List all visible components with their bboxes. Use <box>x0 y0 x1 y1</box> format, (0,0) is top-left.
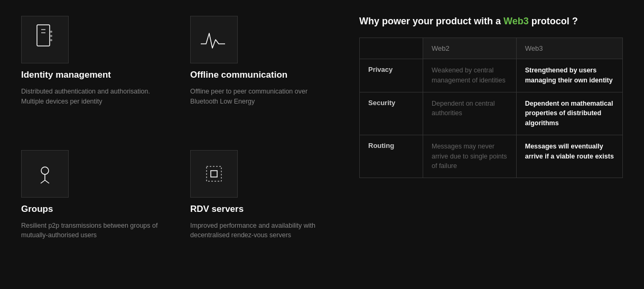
routing-web3: Messages will eventually arrive if a via… <box>516 135 622 178</box>
offline-communication-icon-box <box>190 16 238 63</box>
title-prefix: Why power your product with a <box>359 16 503 26</box>
groups-title: Groups <box>21 204 158 215</box>
svg-rect-0 <box>37 25 50 46</box>
comparison-table: Web2 Web3 Privacy Weakened by central ma… <box>359 38 623 178</box>
right-panel: Why power your product with a Web3 proto… <box>359 16 623 273</box>
rdv-servers-desc: Improved performance and availability wi… <box>190 221 328 241</box>
feature-groups: Groups Resilient p2p transmissions betwe… <box>21 150 158 274</box>
section-title: Why power your product with a Web3 proto… <box>359 16 623 27</box>
svg-point-4 <box>50 35 52 37</box>
feature-identity-management: Identity management Distributed authenti… <box>21 16 158 139</box>
left-panel: Identity management Distributed authenti… <box>21 16 328 273</box>
title-suffix: protocol ? <box>529 16 578 26</box>
svg-point-5 <box>50 39 52 41</box>
col-header-web3: Web3 <box>516 38 622 59</box>
offline-communication-title: Offline communication <box>190 70 328 80</box>
col-header-feature <box>360 38 423 59</box>
groups-desc: Resilient p2p transmissions between grou… <box>21 221 158 241</box>
row-label-privacy: Privacy <box>360 59 423 92</box>
svg-point-6 <box>41 167 49 174</box>
svg-line-9 <box>45 180 49 183</box>
row-label-security: Security <box>360 92 423 135</box>
security-web2: Dependent on central authorities <box>423 92 517 135</box>
svg-line-8 <box>41 180 45 183</box>
row-label-routing: Routing <box>360 135 423 178</box>
privacy-web3: Strengthened by users managing their own… <box>516 59 622 92</box>
feature-rdv-servers: RDV servers Improved performance and ava… <box>190 150 328 274</box>
security-web3: Dependent on mathematical properties of … <box>516 92 622 135</box>
table-header-row: Web2 Web3 <box>360 38 623 59</box>
page-wrapper: Identity management Distributed authenti… <box>0 0 644 289</box>
identity-management-title: Identity management <box>21 70 158 80</box>
rdv-servers-title: RDV servers <box>190 204 328 215</box>
svg-rect-10 <box>207 166 221 181</box>
offline-communication-desc: Offline peer to peer communication over … <box>190 87 328 107</box>
table-row-security: Security Dependent on central authoritie… <box>360 92 623 135</box>
title-highlight: Web3 <box>503 16 529 26</box>
col-header-web2: Web2 <box>423 38 517 59</box>
groups-icon-box <box>21 150 69 198</box>
privacy-web2: Weakened by central management of identi… <box>423 59 517 92</box>
table-row-routing: Routing Messages may never arrive due to… <box>360 135 623 178</box>
identity-management-desc: Distributed authentication and authorisa… <box>21 87 158 107</box>
svg-point-3 <box>50 31 52 33</box>
feature-offline-communication: Offline communication Offline peer to pe… <box>190 16 328 139</box>
routing-web2: Messages may never arrive due to single … <box>423 135 517 178</box>
svg-rect-11 <box>211 171 217 177</box>
rdv-servers-icon-box <box>190 150 238 198</box>
table-row-privacy: Privacy Weakened by central management o… <box>360 59 623 92</box>
identity-management-icon-box <box>21 16 69 63</box>
